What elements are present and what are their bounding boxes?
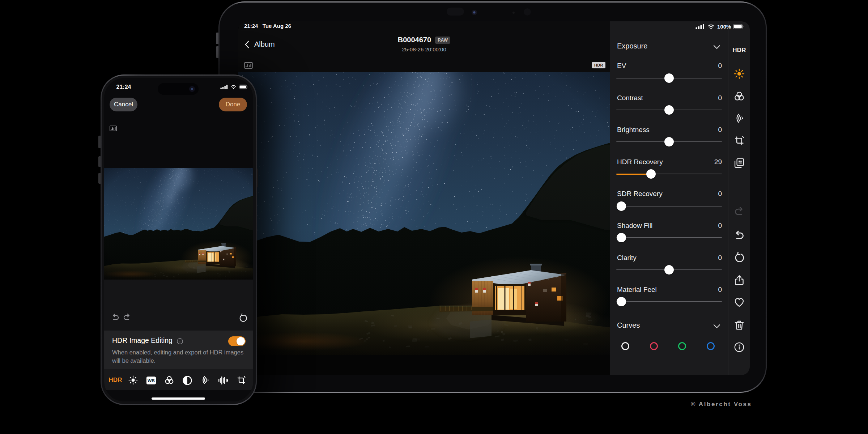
- svg-text:WB: WB: [148, 378, 155, 383]
